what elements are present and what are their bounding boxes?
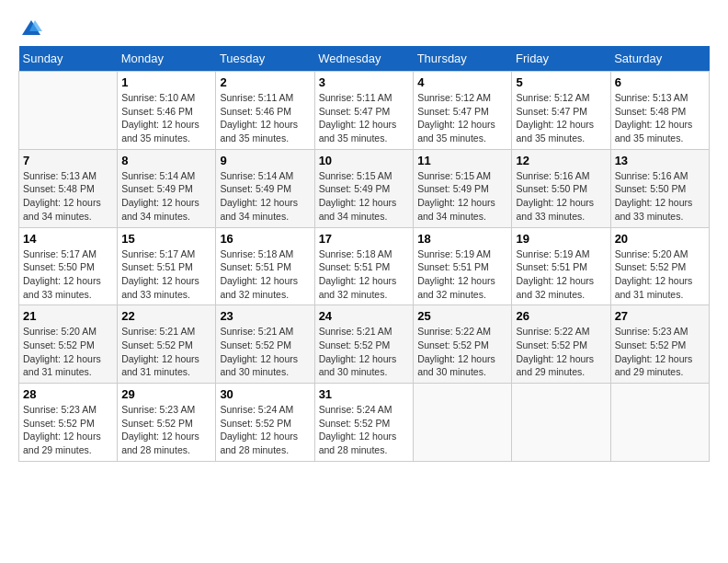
day-info: Sunrise: 5:14 AM Sunset: 5:49 PM Dayligh… [121, 169, 211, 224]
day-info: Sunrise: 5:19 AM Sunset: 5:51 PM Dayligh… [417, 247, 507, 302]
calendar-cell: 20Sunrise: 5:20 AM Sunset: 5:52 PM Dayli… [610, 227, 709, 305]
calendar-cell: 16Sunrise: 5:18 AM Sunset: 5:51 PM Dayli… [216, 227, 314, 305]
day-info: Sunrise: 5:15 AM Sunset: 5:49 PM Dayligh… [319, 169, 410, 224]
day-number: 26 [516, 309, 606, 323]
day-info: Sunrise: 5:17 AM Sunset: 5:50 PM Dayligh… [23, 247, 113, 302]
day-info: Sunrise: 5:10 AM Sunset: 5:46 PM Dayligh… [121, 91, 211, 145]
calendar-cell: 24Sunrise: 5:21 AM Sunset: 5:52 PM Dayli… [314, 305, 414, 384]
day-number: 13 [615, 154, 705, 167]
header [18, 18, 710, 37]
calendar-cell: 12Sunrise: 5:16 AM Sunset: 5:50 PM Dayli… [512, 149, 610, 227]
calendar-cell: 13Sunrise: 5:16 AM Sunset: 5:50 PM Dayli… [610, 149, 709, 227]
calendar-cell: 6Sunrise: 5:13 AM Sunset: 5:48 PM Daylig… [610, 72, 709, 150]
day-info: Sunrise: 5:13 AM Sunset: 5:48 PM Dayligh… [23, 169, 113, 224]
calendar-cell: 5Sunrise: 5:12 AM Sunset: 5:47 PM Daylig… [512, 72, 610, 150]
day-number: 29 [121, 387, 211, 401]
calendar-cell: 22Sunrise: 5:21 AM Sunset: 5:52 PM Dayli… [118, 305, 216, 384]
day-number: 4 [417, 75, 507, 89]
day-number: 7 [23, 154, 113, 167]
calendar-cell: 27Sunrise: 5:23 AM Sunset: 5:52 PM Dayli… [610, 305, 709, 384]
calendar-cell: 28Sunrise: 5:23 AM Sunset: 5:52 PM Dayli… [19, 384, 118, 462]
calendar-header-row: SundayMondayTuesdayWednesdayThursdayFrid… [19, 46, 710, 72]
day-number: 20 [615, 232, 705, 246]
day-info: Sunrise: 5:22 AM Sunset: 5:52 PM Dayligh… [516, 325, 606, 379]
day-info: Sunrise: 5:23 AM Sunset: 5:52 PM Dayligh… [121, 403, 211, 457]
day-info: Sunrise: 5:12 AM Sunset: 5:47 PM Dayligh… [417, 91, 507, 145]
day-number: 22 [121, 309, 211, 323]
day-number: 9 [220, 154, 310, 167]
day-number: 3 [319, 75, 410, 89]
logo-icon [20, 18, 42, 37]
day-info: Sunrise: 5:16 AM Sunset: 5:50 PM Dayligh… [516, 169, 606, 224]
day-info: Sunrise: 5:23 AM Sunset: 5:52 PM Dayligh… [615, 325, 705, 379]
calendar-cell: 25Sunrise: 5:22 AM Sunset: 5:52 PM Dayli… [414, 305, 512, 384]
day-info: Sunrise: 5:18 AM Sunset: 5:51 PM Dayligh… [319, 247, 410, 302]
calendar-cell: 4Sunrise: 5:12 AM Sunset: 5:47 PM Daylig… [414, 72, 512, 150]
day-info: Sunrise: 5:11 AM Sunset: 5:46 PM Dayligh… [220, 91, 310, 145]
day-number: 19 [516, 232, 606, 246]
calendar-cell: 31Sunrise: 5:24 AM Sunset: 5:52 PM Dayli… [314, 384, 414, 462]
calendar-cell: 26Sunrise: 5:22 AM Sunset: 5:52 PM Dayli… [512, 305, 610, 384]
day-info: Sunrise: 5:23 AM Sunset: 5:52 PM Dayligh… [23, 403, 113, 457]
day-info: Sunrise: 5:24 AM Sunset: 5:52 PM Dayligh… [220, 403, 310, 457]
calendar-cell: 7Sunrise: 5:13 AM Sunset: 5:48 PM Daylig… [19, 149, 118, 227]
day-info: Sunrise: 5:21 AM Sunset: 5:52 PM Dayligh… [121, 325, 211, 379]
calendar-cell: 17Sunrise: 5:18 AM Sunset: 5:51 PM Dayli… [314, 227, 414, 305]
calendar-week-row: 21Sunrise: 5:20 AM Sunset: 5:52 PM Dayli… [19, 305, 710, 384]
header-day-friday: Friday [512, 46, 610, 72]
calendar-cell: 29Sunrise: 5:23 AM Sunset: 5:52 PM Dayli… [118, 384, 216, 462]
day-number: 28 [23, 387, 113, 401]
calendar-cell: 2Sunrise: 5:11 AM Sunset: 5:46 PM Daylig… [216, 72, 314, 150]
calendar-cell: 23Sunrise: 5:21 AM Sunset: 5:52 PM Dayli… [216, 305, 314, 384]
day-info: Sunrise: 5:16 AM Sunset: 5:50 PM Dayligh… [615, 169, 705, 224]
day-info: Sunrise: 5:20 AM Sunset: 5:52 PM Dayligh… [23, 325, 113, 379]
day-number: 11 [417, 154, 507, 167]
calendar-cell [414, 384, 512, 462]
day-number: 27 [615, 309, 705, 323]
day-info: Sunrise: 5:24 AM Sunset: 5:52 PM Dayligh… [319, 403, 410, 457]
day-number: 10 [319, 154, 410, 167]
day-number: 31 [319, 387, 410, 401]
calendar-week-row: 7Sunrise: 5:13 AM Sunset: 5:48 PM Daylig… [19, 149, 710, 227]
day-number: 15 [121, 232, 211, 246]
day-info: Sunrise: 5:21 AM Sunset: 5:52 PM Dayligh… [319, 325, 410, 379]
header-day-saturday: Saturday [610, 46, 709, 72]
calendar-cell [610, 384, 709, 462]
calendar-cell: 9Sunrise: 5:14 AM Sunset: 5:49 PM Daylig… [216, 149, 314, 227]
calendar-cell: 3Sunrise: 5:11 AM Sunset: 5:47 PM Daylig… [314, 72, 414, 150]
day-number: 25 [417, 309, 507, 323]
day-info: Sunrise: 5:21 AM Sunset: 5:52 PM Dayligh… [220, 325, 310, 379]
day-info: Sunrise: 5:14 AM Sunset: 5:49 PM Dayligh… [220, 169, 310, 224]
calendar-table: SundayMondayTuesdayWednesdayThursdayFrid… [18, 46, 710, 462]
day-number: 12 [516, 154, 606, 167]
day-info: Sunrise: 5:17 AM Sunset: 5:51 PM Dayligh… [121, 247, 211, 302]
calendar-week-row: 28Sunrise: 5:23 AM Sunset: 5:52 PM Dayli… [19, 384, 710, 462]
day-info: Sunrise: 5:15 AM Sunset: 5:49 PM Dayligh… [417, 169, 507, 224]
calendar-week-row: 14Sunrise: 5:17 AM Sunset: 5:50 PM Dayli… [19, 227, 710, 305]
day-number: 21 [23, 309, 113, 323]
day-number: 8 [121, 154, 211, 167]
logo [18, 18, 44, 37]
calendar-cell: 30Sunrise: 5:24 AM Sunset: 5:52 PM Dayli… [216, 384, 314, 462]
day-info: Sunrise: 5:12 AM Sunset: 5:47 PM Dayligh… [516, 91, 606, 145]
calendar-cell: 19Sunrise: 5:19 AM Sunset: 5:51 PM Dayli… [512, 227, 610, 305]
calendar-cell: 14Sunrise: 5:17 AM Sunset: 5:50 PM Dayli… [19, 227, 118, 305]
header-day-thursday: Thursday [414, 46, 512, 72]
day-number: 1 [121, 75, 211, 89]
day-info: Sunrise: 5:22 AM Sunset: 5:52 PM Dayligh… [417, 325, 507, 379]
day-number: 16 [220, 232, 310, 246]
day-info: Sunrise: 5:19 AM Sunset: 5:51 PM Dayligh… [516, 247, 606, 302]
header-day-sunday: Sunday [19, 46, 118, 72]
day-number: 18 [417, 232, 507, 246]
day-number: 5 [516, 75, 606, 89]
day-info: Sunrise: 5:13 AM Sunset: 5:48 PM Dayligh… [615, 91, 705, 145]
day-number: 23 [220, 309, 310, 323]
calendar-cell: 15Sunrise: 5:17 AM Sunset: 5:51 PM Dayli… [118, 227, 216, 305]
header-day-tuesday: Tuesday [216, 46, 314, 72]
day-number: 2 [220, 75, 310, 89]
day-info: Sunrise: 5:11 AM Sunset: 5:47 PM Dayligh… [319, 91, 410, 145]
header-day-wednesday: Wednesday [314, 46, 414, 72]
calendar-week-row: 1Sunrise: 5:10 AM Sunset: 5:46 PM Daylig… [19, 72, 710, 150]
day-number: 17 [319, 232, 410, 246]
day-info: Sunrise: 5:20 AM Sunset: 5:52 PM Dayligh… [615, 247, 705, 302]
